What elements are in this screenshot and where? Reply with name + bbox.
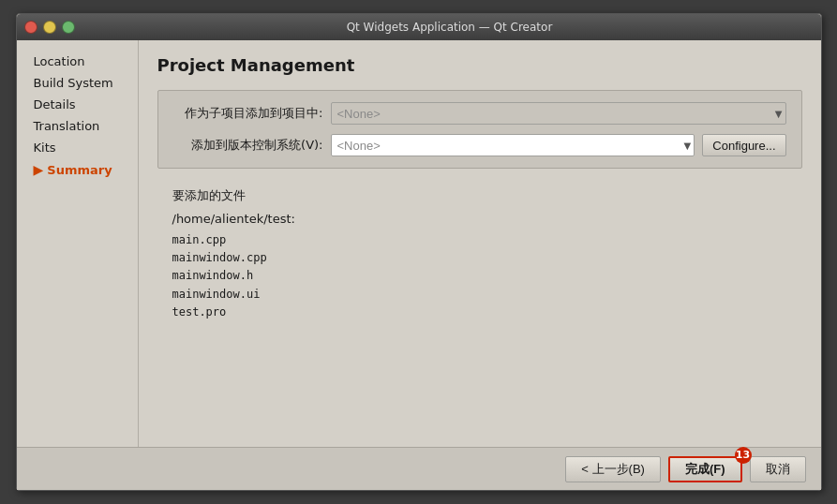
finish-button[interactable]: 完成(F) bbox=[668, 456, 742, 482]
form-section: 作为子项目添加到项目中: <None> ▼ 添加到版本控制系统(V): <Non… bbox=[157, 90, 802, 169]
list-item: test.pro bbox=[172, 304, 787, 321]
list-item: mainwindow.h bbox=[172, 267, 787, 285]
window-title: Qt Widgets Application — Qt Creator bbox=[86, 21, 814, 34]
sidebar-item-kits[interactable]: Kits bbox=[24, 138, 130, 157]
cancel-button[interactable]: 取消 bbox=[750, 456, 806, 482]
sidebar-item-label: Details bbox=[34, 97, 76, 111]
sidebar-item-build-system[interactable]: Build System bbox=[24, 73, 130, 93]
files-section: 要添加的文件 /home/alientek/test: main.cpp mai… bbox=[157, 187, 802, 321]
titlebar: Qt Widgets Application — Qt Creator bbox=[17, 14, 821, 40]
vcs-combo-wrapper: <None> ▼ bbox=[331, 134, 695, 156]
sidebar-item-label: Kits bbox=[34, 141, 56, 155]
finish-badge-wrapper: 完成(F) 13 bbox=[668, 456, 742, 482]
vcs-combo[interactable]: <None> bbox=[331, 134, 695, 156]
content-area: Location Build System Details Translatio… bbox=[17, 40, 821, 447]
list-item: mainwindow.cpp bbox=[172, 249, 787, 267]
sidebar-item-label: Build System bbox=[34, 76, 113, 90]
sidebar-item-translation[interactable]: Translation bbox=[24, 116, 130, 136]
main-window: Qt Widgets Application — Qt Creator Loca… bbox=[16, 13, 822, 491]
vcs-row: 添加到版本控制系统(V): <None> ▼ Configure... bbox=[173, 134, 786, 156]
sidebar: Location Build System Details Translatio… bbox=[17, 40, 139, 447]
subproject-label: 作为子项目添加到项目中: bbox=[173, 105, 323, 122]
minimize-button[interactable] bbox=[43, 21, 56, 34]
footer: < 上一步(B) 完成(F) 13 取消 bbox=[17, 447, 821, 490]
configure-button[interactable]: Configure... bbox=[702, 134, 785, 156]
subproject-combo-wrapper: <None> ▼ bbox=[331, 102, 786, 125]
badge-number: 13 bbox=[735, 447, 752, 464]
back-button[interactable]: < 上一步(B) bbox=[565, 456, 661, 482]
arrow-icon: ▶ bbox=[34, 162, 44, 177]
close-button[interactable] bbox=[24, 21, 37, 34]
files-path: /home/alientek/test: bbox=[172, 212, 787, 226]
main-panel: Project Management 作为子项目添加到项目中: <None> ▼… bbox=[139, 40, 821, 447]
sidebar-item-details[interactable]: Details bbox=[24, 95, 130, 114]
files-heading: 要添加的文件 bbox=[172, 187, 787, 204]
list-item: main.cpp bbox=[172, 231, 787, 249]
sidebar-item-label: Summary bbox=[47, 163, 112, 177]
file-list: main.cpp mainwindow.cpp mainwindow.h mai… bbox=[172, 231, 787, 321]
vcs-label: 添加到版本控制系统(V): bbox=[173, 137, 323, 154]
maximize-button[interactable] bbox=[62, 21, 75, 34]
sidebar-item-location[interactable]: Location bbox=[24, 52, 130, 71]
list-item: mainwindow.ui bbox=[172, 286, 787, 304]
sidebar-item-summary[interactable]: ▶ Summary bbox=[24, 159, 130, 180]
subproject-combo[interactable]: <None> bbox=[331, 102, 786, 125]
subproject-row: 作为子项目添加到项目中: <None> ▼ bbox=[173, 102, 786, 125]
page-title: Project Management bbox=[157, 55, 802, 75]
sidebar-item-label: Location bbox=[34, 54, 85, 68]
sidebar-item-label: Translation bbox=[34, 119, 100, 133]
